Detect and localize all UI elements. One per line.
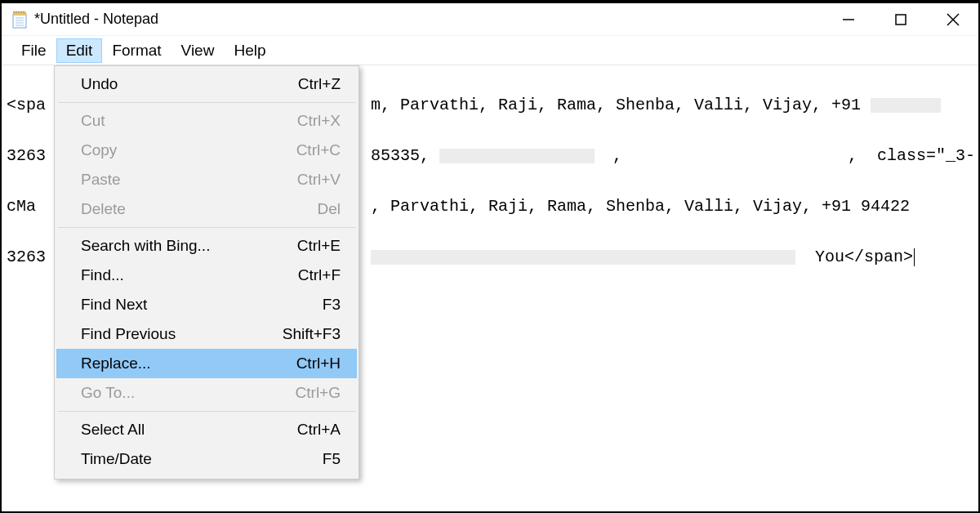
menu-separator xyxy=(58,411,355,412)
window-controls xyxy=(838,9,972,30)
menu-find-next[interactable]: Find Next F3 xyxy=(56,290,357,319)
menu-search-bing[interactable]: Search with Bing... Ctrl+E xyxy=(56,231,357,261)
svg-rect-1 xyxy=(13,11,26,16)
menu-find[interactable]: Find... Ctrl+F xyxy=(56,261,357,290)
menu-file[interactable]: File xyxy=(11,38,56,63)
minimize-button[interactable] xyxy=(838,9,859,30)
menu-edit[interactable]: Edit xyxy=(56,38,103,63)
menu-view[interactable]: View xyxy=(172,38,225,63)
menu-time-date[interactable]: Time/Date F5 xyxy=(56,444,357,474)
close-button[interactable] xyxy=(942,9,964,30)
menu-replace[interactable]: Replace... Ctrl+H xyxy=(56,349,357,378)
svg-rect-12 xyxy=(896,15,906,25)
menu-separator xyxy=(58,227,355,228)
window-title: *Untitled - Notepad xyxy=(34,11,158,28)
menu-cut[interactable]: Cut Ctrl+X xyxy=(56,106,357,136)
menu-separator xyxy=(58,102,355,103)
menu-help[interactable]: Help xyxy=(224,38,275,63)
edit-menu-dropdown: Undo Ctrl+Z Cut Ctrl+X Copy Ctrl+C Paste… xyxy=(54,65,359,480)
titlebar: *Untitled - Notepad xyxy=(2,3,978,36)
menu-copy[interactable]: Copy Ctrl+C xyxy=(56,136,357,165)
menubar: File Edit Format View Help xyxy=(2,36,978,65)
menu-undo[interactable]: Undo Ctrl+Z xyxy=(56,69,357,99)
notepad-icon xyxy=(11,11,28,29)
maximize-button[interactable] xyxy=(890,9,911,30)
menu-format[interactable]: Format xyxy=(102,38,171,63)
menu-goto[interactable]: Go To... Ctrl+G xyxy=(56,378,357,408)
menu-delete[interactable]: Delete Del xyxy=(56,194,357,224)
menu-paste[interactable]: Paste Ctrl+V xyxy=(56,165,357,194)
menu-select-all[interactable]: Select All Ctrl+A xyxy=(56,415,357,444)
menu-find-previous[interactable]: Find Previous Shift+F3 xyxy=(56,319,357,349)
